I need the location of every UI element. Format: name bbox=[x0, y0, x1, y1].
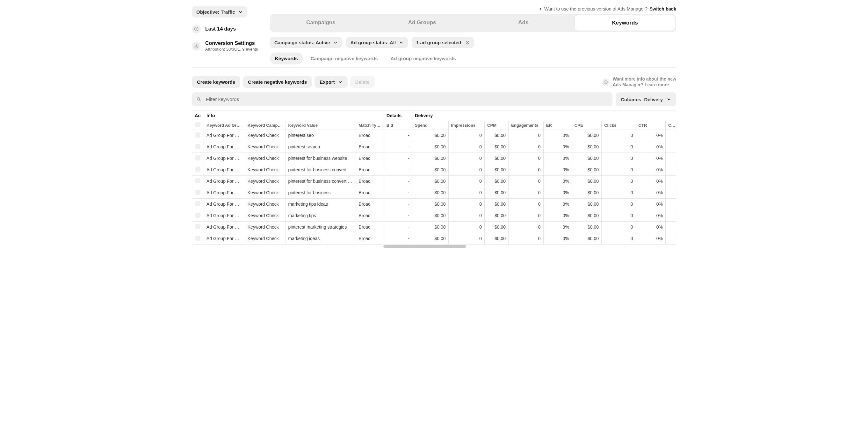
cell-match-type: Broad bbox=[356, 233, 384, 244]
create-negative-keywords-button[interactable]: Create negative keywords bbox=[243, 76, 312, 88]
create-keywords-button[interactable]: Create keywords bbox=[192, 76, 240, 88]
table-row[interactable]: Ad Group For Pin: PiKeyword Checkpintere… bbox=[192, 164, 676, 175]
col-cpe[interactable]: CPE bbox=[572, 121, 601, 130]
row-checkbox[interactable] bbox=[195, 167, 200, 172]
col-clicks[interactable]: Clicks bbox=[601, 121, 636, 130]
col-engagements[interactable]: Engagements bbox=[508, 121, 544, 130]
col-cpc[interactable]: CP bbox=[665, 121, 676, 130]
subtab-keywords[interactable]: Keywords bbox=[270, 53, 303, 64]
table-row[interactable]: Ad Group For Pin: PiKeyword Checkpintere… bbox=[192, 187, 676, 198]
col-keyword-adgroup[interactable]: Keyword Ad Group Na bbox=[204, 121, 245, 130]
row-checkbox[interactable] bbox=[195, 190, 200, 195]
prev-link-action[interactable]: Switch back bbox=[649, 6, 676, 11]
campaign-status-filter[interactable]: Campaign status: Active bbox=[270, 37, 342, 48]
cell-ctr: 0% bbox=[636, 233, 665, 244]
col-impressions[interactable]: Impressions bbox=[448, 121, 485, 130]
tab-ads[interactable]: Ads bbox=[473, 15, 574, 31]
table-row[interactable]: Ad Group For Pin: PiKeyword Checkpintere… bbox=[192, 221, 676, 233]
cell-impressions: 0 bbox=[448, 221, 485, 233]
row-checkbox[interactable] bbox=[195, 155, 200, 161]
subtab-adgroup-negative[interactable]: Ad group negative keywords bbox=[385, 53, 461, 64]
filter-keywords-search[interactable] bbox=[192, 92, 613, 106]
table-row[interactable]: Ad Group For Pin: PiKeyword Checkpintere… bbox=[192, 175, 676, 187]
select-all-checkbox[interactable] bbox=[195, 122, 200, 127]
keywords-table: Ac Info Details Delivery Keyword Ad Grou… bbox=[192, 110, 676, 248]
scrollbar-thumb[interactable] bbox=[383, 245, 466, 248]
col-er[interactable]: ER bbox=[543, 121, 572, 130]
cell-clicks: 0 bbox=[601, 153, 636, 164]
cell-cpm: $0.00 bbox=[485, 210, 508, 221]
table-row[interactable]: Ad Group For Pin: PiKeyword Checkmarketi… bbox=[192, 210, 676, 221]
cell-bid: - bbox=[384, 210, 412, 221]
cell-cpe: $0.00 bbox=[572, 210, 601, 221]
cell-bid: - bbox=[384, 141, 412, 153]
info-hint[interactable]: Want more info about the new Ads Manager… bbox=[602, 76, 676, 88]
cell-ctr: 0% bbox=[636, 175, 665, 187]
tab-ad-groups[interactable]: Ad Groups bbox=[372, 15, 472, 31]
cell-match-type: Broad bbox=[356, 164, 384, 175]
row-checkbox[interactable] bbox=[195, 132, 200, 137]
col-bid[interactable]: Bid bbox=[384, 121, 412, 130]
cell-ctr: 0% bbox=[636, 141, 665, 153]
cell-impressions: 0 bbox=[448, 210, 485, 221]
cell-adgroup: Ad Group For Pin: Pi bbox=[204, 210, 245, 221]
filter-keywords-input[interactable] bbox=[205, 96, 608, 102]
export-button[interactable]: Export bbox=[314, 76, 348, 88]
objective-dropdown[interactable]: Objective: Traffic bbox=[192, 6, 247, 18]
row-checkbox[interactable] bbox=[195, 213, 200, 218]
date-range-row[interactable]: Last 14 days bbox=[192, 25, 270, 33]
cell-cpe: $0.00 bbox=[572, 175, 601, 187]
col-match-type[interactable]: Match Type bbox=[356, 121, 384, 130]
tab-keywords[interactable]: Keywords bbox=[575, 15, 675, 31]
row-checkbox[interactable] bbox=[195, 201, 200, 206]
table-row[interactable]: Ad Group For Pin: PiKeyword Checkpintere… bbox=[192, 130, 676, 141]
subtab-campaign-negative[interactable]: Campaign negative keywords bbox=[306, 53, 383, 64]
cell-cpm: $0.00 bbox=[485, 233, 508, 244]
row-checkbox[interactable] bbox=[195, 224, 200, 229]
cell-campaign: Keyword Check bbox=[245, 175, 285, 187]
table-row[interactable]: Ad Group For Pin: PiKeyword Checkmarketi… bbox=[192, 233, 676, 244]
table-row[interactable]: Ad Group For Pin: PiKeyword Checkpintere… bbox=[192, 141, 676, 153]
col-cpm[interactable]: CPM bbox=[485, 121, 508, 130]
adgroup-status-filter[interactable]: Ad group status: All bbox=[346, 37, 408, 48]
conversion-subtitle: Attribution: 30/30/1, 9 events bbox=[205, 47, 258, 52]
cell-spend: $0.00 bbox=[412, 198, 448, 210]
cell-engagements: 0 bbox=[508, 210, 544, 221]
group-header-delivery: Delivery bbox=[412, 110, 676, 121]
search-icon bbox=[196, 97, 202, 102]
keyword-subtabs: Keywords Campaign negative keywords Ad g… bbox=[270, 53, 676, 64]
row-checkbox[interactable] bbox=[195, 236, 200, 241]
tab-campaigns[interactable]: Campaigns bbox=[271, 15, 371, 31]
cell-clicks: 0 bbox=[601, 187, 636, 198]
col-ctr[interactable]: CTR bbox=[636, 121, 665, 130]
row-checkbox[interactable] bbox=[195, 178, 200, 184]
cell-bid: - bbox=[384, 187, 412, 198]
cell-impressions: 0 bbox=[448, 187, 485, 198]
row-checkbox[interactable] bbox=[195, 144, 200, 149]
col-spend[interactable]: Spend bbox=[412, 121, 448, 130]
columns-dropdown[interactable]: Columns: Delivery bbox=[616, 92, 676, 106]
col-keyword-value[interactable]: Keyword Value bbox=[285, 121, 356, 130]
cell-cpe: $0.00 bbox=[572, 198, 601, 210]
table-row[interactable]: Ad Group For Pin: PiKeyword Checkpintere… bbox=[192, 153, 676, 164]
cell-er: 0% bbox=[543, 153, 572, 164]
cell-cpm: $0.00 bbox=[485, 221, 508, 233]
cell-engagements: 0 bbox=[508, 141, 544, 153]
cell-cpe: $0.00 bbox=[572, 187, 601, 198]
cell-adgroup: Ad Group For Pin: Pi bbox=[204, 141, 245, 153]
cell-er: 0% bbox=[543, 187, 572, 198]
cell-campaign: Keyword Check bbox=[245, 210, 285, 221]
cell-campaign: Keyword Check bbox=[245, 221, 285, 233]
close-icon[interactable]: × bbox=[464, 41, 469, 44]
cell-er: 0% bbox=[543, 130, 572, 141]
cell-bid: - bbox=[384, 153, 412, 164]
horizontal-scrollbar[interactable] bbox=[192, 244, 676, 248]
cell-spend: $0.00 bbox=[412, 233, 448, 244]
adgroup-selected-chip[interactable]: 1 ad group selected × bbox=[412, 37, 474, 48]
table-row[interactable]: Ad Group For Pin: PiKeyword Checkmarketi… bbox=[192, 198, 676, 210]
cell-engagements: 0 bbox=[508, 187, 544, 198]
cell-clicks: 0 bbox=[601, 233, 636, 244]
col-keyword-campaign[interactable]: Keyword Campaign Na bbox=[245, 121, 285, 130]
conversion-settings-row[interactable]: Conversion Settings Attribution: 30/30/1… bbox=[192, 40, 270, 52]
previous-version-link[interactable]: Want to use the previous version of Ads … bbox=[270, 6, 676, 11]
